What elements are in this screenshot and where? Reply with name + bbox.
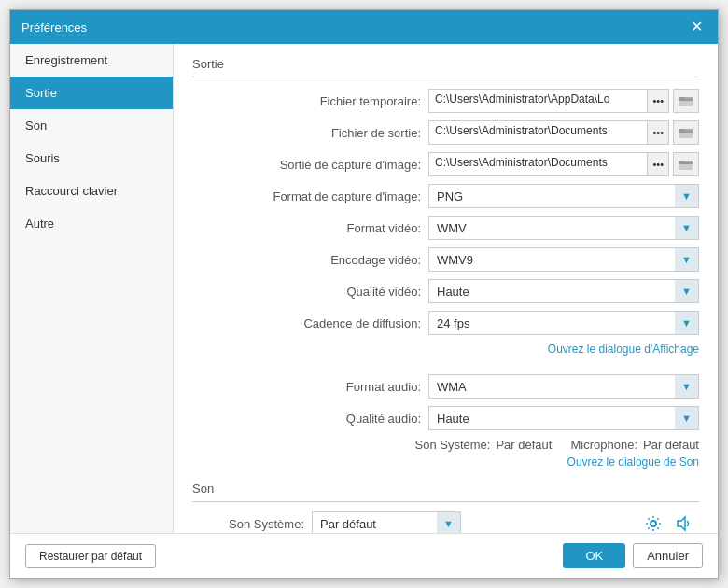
sortie-capture-label: Sortie de capture d'image: bbox=[234, 158, 421, 172]
qualite-video-label: Qualité vidéo: bbox=[234, 285, 421, 299]
son-icons bbox=[641, 511, 699, 533]
sidebar-item-autre[interactable]: Autre bbox=[10, 207, 173, 240]
dialog-body: Enregistrement Sortie Son Souris Raccour… bbox=[10, 44, 718, 533]
sidebar: Enregistrement Sortie Son Souris Raccour… bbox=[10, 44, 174, 533]
format-capture-label: Format de capture d'image: bbox=[234, 189, 421, 203]
son-volume-icon-button[interactable] bbox=[671, 511, 695, 533]
affichage-link-row: Ouvrez le dialogue d'Affichage bbox=[192, 343, 699, 356]
restore-button[interactable]: Restaurer par défaut bbox=[25, 544, 156, 568]
dialog-title: Préférences bbox=[21, 21, 87, 35]
son-systeme-select[interactable]: Par défaut bbox=[312, 511, 461, 533]
format-capture-select[interactable]: PNG JPG BMP bbox=[428, 184, 699, 208]
format-video-select-wrap: WMV MP4 AVI ▼ bbox=[428, 216, 699, 240]
sortie-capture-folder-button[interactable] bbox=[673, 152, 699, 176]
qualite-audio-select-wrap: Haute Moyenne Basse ▼ bbox=[428, 406, 699, 430]
son-systeme-label: Son Système: bbox=[415, 438, 491, 452]
ok-button[interactable]: OK bbox=[563, 543, 625, 568]
footer-right: OK Annuler bbox=[563, 543, 703, 568]
sidebar-item-raccourci[interactable]: Raccourci clavier bbox=[10, 175, 173, 207]
folder-icon bbox=[679, 125, 693, 140]
format-audio-row: Format audio: WMA MP3 AAC ▼ bbox=[192, 374, 699, 399]
encodage-video-select[interactable]: WMV9 WMV8 H264 bbox=[428, 247, 699, 272]
qualite-video-select-wrap: Haute Moyenne Basse ▼ bbox=[428, 279, 699, 303]
speaker-icon bbox=[675, 515, 692, 532]
cadence-select-wrap: 24 fps 30 fps 60 fps ▼ bbox=[428, 311, 699, 335]
son-link[interactable]: Ouvrez le dialogue de Son bbox=[567, 455, 699, 469]
dialog-footer: Restaurer par défaut OK Annuler bbox=[10, 533, 718, 578]
qualite-audio-label: Qualité audio: bbox=[234, 412, 421, 426]
qualite-audio-select[interactable]: Haute Moyenne Basse bbox=[428, 406, 699, 430]
fichier-temporaire-row: Fichier temporaire: C:\Users\Administrat… bbox=[192, 89, 699, 113]
son-systeme-value: Par défaut bbox=[496, 438, 552, 452]
affichage-link[interactable]: Ouvrez le dialogue d'Affichage bbox=[548, 343, 699, 356]
sortie-capture-input-group: C:\Users\Administrator\Documents ••• bbox=[428, 152, 699, 176]
encodage-video-label: Encodage vidéo: bbox=[234, 253, 421, 267]
svg-point-3 bbox=[651, 521, 656, 526]
fichier-temporaire-dots-button[interactable]: ••• bbox=[648, 89, 669, 113]
cancel-button[interactable]: Annuler bbox=[633, 543, 703, 568]
encodage-video-select-wrap: WMV9 WMV8 H264 ▼ bbox=[428, 247, 699, 272]
fichier-temporaire-folder-button[interactable] bbox=[673, 89, 699, 113]
son-systeme-select-wrap: Par défaut ▼ bbox=[312, 511, 461, 533]
format-audio-select-wrap: WMA MP3 AAC ▼ bbox=[428, 374, 699, 399]
svg-marker-4 bbox=[678, 517, 685, 530]
fichier-temporaire-label: Fichier temporaire: bbox=[234, 94, 421, 108]
sortie-section: Sortie Fichier temporaire: C:\Users\Admi… bbox=[174, 44, 718, 533]
folder-icon bbox=[679, 93, 693, 108]
fichier-sortie-input[interactable]: C:\Users\Administrator\Documents bbox=[428, 120, 648, 145]
sidebar-item-sortie[interactable]: Sortie bbox=[10, 77, 173, 109]
format-audio-select[interactable]: WMA MP3 AAC bbox=[428, 374, 699, 399]
format-capture-row: Format de capture d'image: PNG JPG BMP ▼ bbox=[192, 184, 699, 208]
sortie-capture-input[interactable]: C:\Users\Administrator\Documents bbox=[428, 152, 648, 176]
content-area: Sortie Fichier temporaire: C:\Users\Admi… bbox=[174, 44, 718, 533]
folder-icon bbox=[679, 157, 693, 172]
fichier-sortie-input-group: C:\Users\Administrator\Documents ••• bbox=[428, 120, 699, 145]
qualite-video-row: Qualité vidéo: Haute Moyenne Basse ▼ bbox=[192, 279, 699, 303]
son-section-title: Son bbox=[192, 482, 699, 502]
qualite-video-select[interactable]: Haute Moyenne Basse bbox=[428, 279, 699, 303]
microphone-label: Microphone: bbox=[570, 438, 637, 452]
format-video-select[interactable]: WMV MP4 AVI bbox=[428, 216, 699, 240]
fichier-temporaire-input[interactable]: C:\Users\Administrator\AppData\Lo bbox=[428, 89, 648, 113]
gear-icon bbox=[645, 515, 662, 532]
close-button[interactable]: ✕ bbox=[687, 18, 707, 36]
fichier-sortie-folder-button[interactable] bbox=[673, 120, 699, 145]
son-systeme2-label: Son Système: bbox=[192, 517, 304, 531]
son-link-row: Ouvrez le dialogue de Son bbox=[192, 455, 699, 469]
microphone-value: Par défaut bbox=[643, 438, 699, 452]
son-systeme-row: Son Système: Par défaut ▼ bbox=[192, 511, 699, 533]
format-video-label: Format vidéo: bbox=[234, 221, 421, 235]
preferences-dialog: Préférences ✕ Enregistrement Sortie Son … bbox=[9, 9, 719, 579]
fichier-sortie-row: Fichier de sortie: C:\Users\Administrato… bbox=[192, 120, 699, 145]
son-settings-icon-button[interactable] bbox=[641, 511, 665, 533]
format-audio-label: Format audio: bbox=[234, 380, 421, 394]
qualite-audio-row: Qualité audio: Haute Moyenne Basse ▼ bbox=[192, 406, 699, 430]
title-bar: Préférences ✕ bbox=[10, 10, 718, 44]
fichier-sortie-dots-button[interactable]: ••• bbox=[648, 120, 669, 145]
fichier-temporaire-input-group: C:\Users\Administrator\AppData\Lo ••• bbox=[428, 89, 699, 113]
encodage-video-row: Encodage vidéo: WMV9 WMV8 H264 ▼ bbox=[192, 247, 699, 272]
audio-status-row: Son Système: Par défaut Microphone: Par … bbox=[192, 438, 699, 452]
cadence-select[interactable]: 24 fps 30 fps 60 fps bbox=[428, 311, 699, 335]
format-video-row: Format vidéo: WMV MP4 AVI ▼ bbox=[192, 216, 699, 240]
sidebar-item-son[interactable]: Son bbox=[10, 109, 173, 142]
sidebar-item-souris[interactable]: Souris bbox=[10, 142, 173, 175]
cadence-label: Cadence de diffusion: bbox=[234, 316, 421, 330]
sortie-capture-row: Sortie de capture d'image: C:\Users\Admi… bbox=[192, 152, 699, 176]
sortie-capture-dots-button[interactable]: ••• bbox=[648, 152, 669, 176]
cadence-row: Cadence de diffusion: 24 fps 30 fps 60 f… bbox=[192, 311, 699, 335]
format-capture-select-wrap: PNG JPG BMP ▼ bbox=[428, 184, 699, 208]
sortie-section-title: Sortie bbox=[192, 57, 699, 77]
sidebar-item-enregistrement[interactable]: Enregistrement bbox=[10, 44, 173, 77]
fichier-sortie-label: Fichier de sortie: bbox=[234, 126, 421, 140]
